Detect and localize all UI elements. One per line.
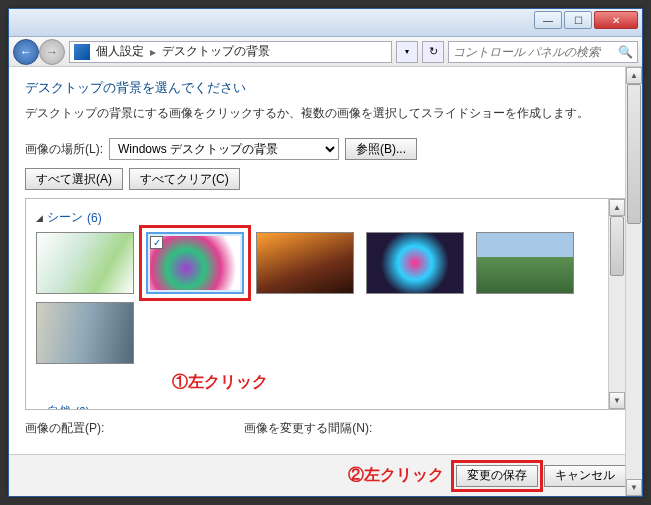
group-name: 自然 bbox=[47, 403, 71, 409]
content-area: デスクトップの背景を選んでください デスクトップの背景にする画像をクリックするか… bbox=[9, 67, 642, 437]
collapse-icon: ◢ bbox=[36, 407, 43, 410]
bottom-labels-row: 画像の配置(P): 画像を変更する間隔(N): bbox=[25, 420, 626, 437]
group-name: シーン bbox=[47, 209, 83, 226]
search-input[interactable] bbox=[453, 45, 618, 59]
thumbnail-scroll-content: ◢ シーン (6) ✓ ①左クリック bbox=[26, 199, 608, 409]
titlebar-spacer bbox=[9, 9, 534, 36]
address-bar[interactable]: 個人設定 ▸ デスクトップの背景 bbox=[69, 41, 392, 63]
chevron-right-icon: ▸ bbox=[150, 45, 156, 59]
wallpaper-thumb[interactable] bbox=[256, 232, 354, 294]
scroll-down-button[interactable]: ▼ bbox=[626, 479, 642, 496]
breadcrumb-item[interactable]: 個人設定 bbox=[96, 43, 144, 60]
scroll-track[interactable] bbox=[626, 84, 642, 479]
annotation-step1: ①左クリック bbox=[172, 372, 598, 393]
close-button[interactable]: ✕ bbox=[594, 11, 638, 29]
checkbox-checked-icon[interactable]: ✓ bbox=[150, 236, 163, 249]
cancel-button[interactable]: キャンセル bbox=[544, 465, 626, 487]
personalization-window: — ☐ ✕ ← → 個人設定 ▸ デスクトップの背景 ▾ ↻ 🔍 デスクトップの… bbox=[8, 8, 643, 497]
wallpaper-thumb[interactable] bbox=[36, 302, 134, 364]
clear-all-button[interactable]: すべてクリア(C) bbox=[129, 168, 240, 190]
search-icon: 🔍 bbox=[618, 45, 633, 59]
select-toolbar: すべて選択(A) すべてクリア(C) bbox=[25, 168, 626, 190]
window-buttons: — ☐ ✕ bbox=[534, 9, 642, 36]
address-icon bbox=[74, 44, 90, 60]
scroll-down-button[interactable]: ▼ bbox=[609, 392, 625, 409]
scroll-thumb[interactable] bbox=[627, 84, 641, 224]
back-button[interactable]: ← bbox=[13, 39, 39, 65]
wallpaper-thumb[interactable] bbox=[476, 232, 574, 294]
position-label: 画像の配置(P): bbox=[25, 420, 104, 437]
forward-button[interactable]: → bbox=[39, 39, 65, 65]
location-select[interactable]: Windows デスクトップの背景 bbox=[109, 138, 339, 160]
inner-scrollbar[interactable]: ▲ ▼ bbox=[608, 199, 625, 409]
wallpaper-thumb-selected[interactable]: ✓ bbox=[146, 232, 244, 294]
interval-label: 画像を変更する間隔(N): bbox=[244, 420, 372, 437]
outer-scrollbar[interactable]: ▲ ▼ bbox=[625, 67, 642, 496]
thumb-row: ✓ bbox=[36, 232, 598, 294]
search-box[interactable]: 🔍 bbox=[448, 41, 638, 63]
group-header-scene[interactable]: ◢ シーン (6) bbox=[36, 209, 598, 226]
minimize-button[interactable]: — bbox=[534, 11, 562, 29]
location-label: 画像の場所(L): bbox=[25, 141, 103, 158]
select-all-button[interactable]: すべて選択(A) bbox=[25, 168, 123, 190]
group-header-nature[interactable]: ◢ 自然 (6) bbox=[36, 403, 598, 409]
address-dropdown-button[interactable]: ▾ bbox=[396, 41, 418, 63]
nav-buttons: ← → bbox=[13, 39, 65, 65]
refresh-button[interactable]: ↻ bbox=[422, 41, 444, 63]
annotation-step2: ②左クリック bbox=[348, 465, 444, 486]
save-changes-button[interactable]: 変更の保存 bbox=[456, 465, 538, 487]
scroll-up-button[interactable]: ▲ bbox=[626, 67, 642, 84]
location-row: 画像の場所(L): Windows デスクトップの背景 参照(B)... bbox=[25, 138, 626, 160]
page-description: デスクトップの背景にする画像をクリックするか、複数の画像を選択してスライドショー… bbox=[25, 105, 626, 122]
wallpaper-thumb[interactable] bbox=[36, 232, 134, 294]
scroll-up-button[interactable]: ▲ bbox=[609, 199, 625, 216]
wallpaper-thumb[interactable] bbox=[366, 232, 464, 294]
scroll-track[interactable] bbox=[609, 216, 625, 392]
thumbnail-list: ◢ シーン (6) ✓ ①左クリック bbox=[25, 198, 626, 410]
browse-button[interactable]: 参照(B)... bbox=[345, 138, 417, 160]
titlebar: — ☐ ✕ bbox=[9, 9, 642, 37]
thumb-row bbox=[36, 302, 598, 364]
maximize-button[interactable]: ☐ bbox=[564, 11, 592, 29]
collapse-icon: ◢ bbox=[36, 213, 43, 223]
nav-bar: ← → 個人設定 ▸ デスクトップの背景 ▾ ↻ 🔍 bbox=[9, 37, 642, 67]
footer-bar: ②左クリック 変更の保存 キャンセル bbox=[9, 454, 642, 496]
scroll-thumb[interactable] bbox=[610, 216, 624, 276]
group-count: (6) bbox=[87, 211, 102, 225]
page-heading: デスクトップの背景を選んでください bbox=[25, 79, 626, 97]
breadcrumb-item[interactable]: デスクトップの背景 bbox=[162, 43, 270, 60]
group-count: (6) bbox=[75, 405, 90, 410]
